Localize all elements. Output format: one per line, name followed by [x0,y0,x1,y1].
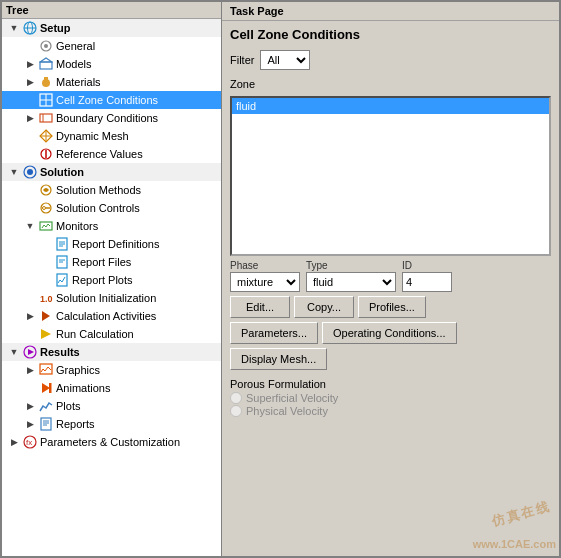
refvalues-label: Reference Values [56,148,143,160]
tree-item-animations[interactable]: Animations [2,379,221,397]
expand-graphics[interactable]: ▶ [22,362,38,378]
setup-label: Setup [40,22,71,34]
models-label: Models [56,58,91,70]
expand-monitors[interactable]: ▼ [22,218,38,234]
type-label: Type [306,260,396,271]
repplots-label: Report Plots [72,274,133,286]
id-label: ID [402,260,452,271]
expand-plots[interactable]: ▶ [22,398,38,414]
expand-repplots [38,272,54,288]
id-group: ID [402,260,452,292]
tree-item-repplots[interactable]: Report Plots [2,271,221,289]
operating-button[interactable]: Operating Conditions... [322,322,457,344]
tree-item-graphics[interactable]: ▶ Graphics [2,361,221,379]
solcontrols-label: Solution Controls [56,202,140,214]
tree-item-cellzone[interactable]: Cell Zone Conditions [2,91,221,109]
buttons-row-3: Display Mesh... [230,348,551,370]
tree-item-general[interactable]: General [2,37,221,55]
expand-calcact[interactable]: ▶ [22,308,38,324]
calcact-label: Calculation Activities [56,310,156,322]
tree-item-dynamicmesh[interactable]: Dynamic Mesh [2,127,221,145]
svg-marker-36 [41,329,51,339]
task-title: Cell Zone Conditions [230,27,551,42]
phase-select[interactable]: mixture [230,272,300,292]
filter-label: Filter [230,54,254,66]
tree-item-setup[interactable]: ▼ Setup [2,19,221,37]
tree-item-paramcust[interactable]: ▶ fx Parameters & Customization [2,433,221,451]
tree-item-refvalues[interactable]: Reference Values [2,145,221,163]
svg-point-20 [27,169,33,175]
expand-refvalues [22,146,38,162]
copy-button[interactable]: Copy... [294,296,354,318]
general-label: General [56,40,95,52]
tree-item-solcontrols[interactable]: Solution Controls [2,199,221,217]
expand-models[interactable]: ▶ [22,56,38,72]
results-icon [22,344,38,360]
tree-item-results[interactable]: ▼ Results [2,343,221,361]
plots-icon [38,398,54,414]
radio-superficial[interactable] [230,392,242,404]
display-mesh-button[interactable]: Display Mesh... [230,348,327,370]
svg-marker-38 [28,349,34,355]
task-content: Cell Zone Conditions Filter All Fluid So… [222,21,559,556]
repplots-icon [54,272,70,288]
radio-physical-row: Physical Velocity [230,405,551,417]
zone-item-fluid[interactable]: fluid [232,98,549,114]
radio-physical[interactable] [230,405,242,417]
id-input[interactable] [402,272,452,292]
zone-list[interactable]: fluid [230,96,551,256]
tree-panel: Tree ▼ Setup General ▶ [2,2,222,556]
expand-reports[interactable]: ▶ [22,416,38,432]
filter-select[interactable]: All Fluid Solid [260,50,310,70]
expand-repdefs [38,236,54,252]
svg-rect-8 [44,77,48,82]
plots-label: Plots [56,400,80,412]
zone-label: Zone [230,78,551,90]
buttons-row-2: Parameters... Operating Conditions... [230,322,551,344]
expand-setup[interactable]: ▼ [6,20,22,36]
tree-item-runcalc[interactable]: Run Calculation [2,325,221,343]
type-select[interactable]: fluid solid [306,272,396,292]
tree-item-solinit[interactable]: 1.0 Solution Initialization [2,289,221,307]
tree-item-reports[interactable]: ▶ Reports [2,415,221,433]
expand-repfiles [38,254,54,270]
edit-button[interactable]: Edit... [230,296,290,318]
task-panel-header: Task Page [222,2,559,21]
solinit-label: Solution Initialization [56,292,156,304]
svg-marker-40 [42,383,50,393]
expand-materials[interactable]: ▶ [22,74,38,90]
tree-item-materials[interactable]: ▶ Materials [2,73,221,91]
monitors-icon [38,218,54,234]
solcontrols-icon [38,200,54,216]
expand-results[interactable]: ▼ [6,344,22,360]
expand-solinit [22,290,38,306]
profiles-button[interactable]: Profiles... [358,296,426,318]
tree-item-solmethods[interactable]: Solution Methods [2,181,221,199]
buttons-row-1: Edit... Copy... Profiles... [230,296,551,318]
tree-item-boundary[interactable]: ▶ Boundary Conditions [2,109,221,127]
cellzone-label: Cell Zone Conditions [56,94,158,106]
expand-general [22,38,38,54]
refvalues-icon [38,146,54,162]
tree-item-calcact[interactable]: ▶ Calculation Activities [2,307,221,325]
solmethods-label: Solution Methods [56,184,141,196]
expand-animations [22,380,38,396]
tree-item-monitors[interactable]: ▼ Monitors [2,217,221,235]
tree-item-repdefs[interactable]: Report Definitions [2,235,221,253]
expand-runcalc [22,326,38,342]
expand-boundary[interactable]: ▶ [22,110,38,126]
phase-label: Phase [230,260,300,271]
expand-solution[interactable]: ▼ [6,164,22,180]
tree-item-repfiles[interactable]: Report Files [2,253,221,271]
parameters-button[interactable]: Parameters... [230,322,318,344]
materials-icon [38,74,54,90]
reports-label: Reports [56,418,95,430]
tree-item-plots[interactable]: ▶ Plots [2,397,221,415]
setup-icon [22,20,38,36]
svg-marker-35 [42,311,50,321]
calcact-icon [38,308,54,324]
svg-text:1.0: 1.0 [40,294,53,304]
expand-paramcust[interactable]: ▶ [6,434,22,450]
tree-item-solution[interactable]: ▼ Solution [2,163,221,181]
tree-item-models[interactable]: ▶ Models [2,55,221,73]
